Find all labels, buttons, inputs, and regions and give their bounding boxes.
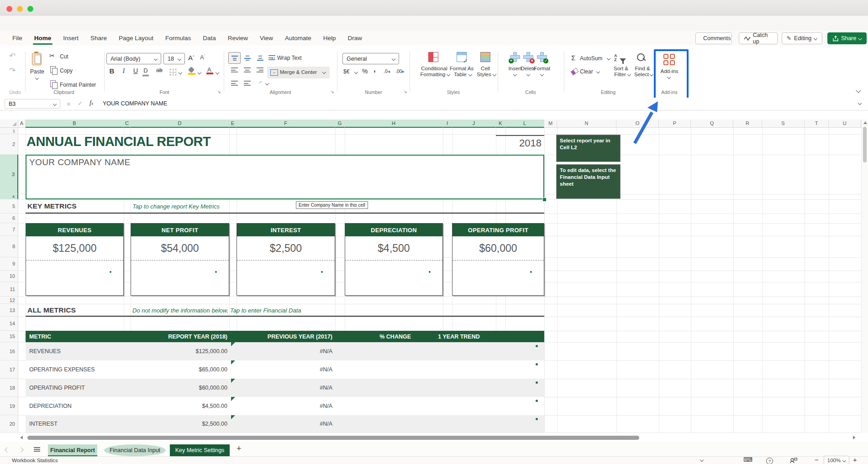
number-dialog-launcher-icon[interactable]: ↘	[404, 89, 407, 94]
row-header-18[interactable]: 18	[0, 379, 18, 397]
zoom-level-select[interactable]: 100%	[824, 456, 849, 464]
menu-item-draw[interactable]: Draw	[342, 31, 368, 46]
column-header-Q[interactable]: Q	[691, 120, 733, 128]
menu-item-review[interactable]: Review	[222, 31, 254, 46]
top-align-button[interactable]	[228, 52, 241, 64]
font-color-button[interactable]: A	[206, 67, 214, 74]
table-row[interactable]: INTEREST$2,500.00#N/A	[26, 415, 544, 433]
underline-button[interactable]: U	[131, 67, 141, 74]
alignment-dialog-launcher-icon[interactable]: ↘	[331, 89, 334, 94]
row-header-5[interactable]: 5	[0, 199, 18, 214]
confirm-entry-icon[interactable]: ✓	[78, 100, 83, 107]
row-header-11[interactable]: 11	[0, 282, 18, 297]
row-header-7[interactable]: 7	[0, 223, 18, 236]
column-header-H[interactable]: H	[345, 120, 443, 128]
vertical-scrollbar[interactable]	[861, 120, 868, 433]
vertical-scroll-thumb[interactable]	[863, 127, 867, 162]
bold-button[interactable]: B	[107, 67, 117, 75]
minimize-window-button[interactable]	[17, 6, 23, 12]
row-header-10[interactable]: 10	[0, 271, 18, 282]
column-header-N[interactable]: N	[557, 120, 616, 128]
percent-format-button[interactable]: %	[362, 68, 368, 75]
font-dialog-launcher-icon[interactable]: ↘	[217, 89, 221, 94]
metric-card-operating-profit[interactable]: OPERATING PROFIT$60,000	[452, 223, 544, 296]
metric-card-revenues[interactable]: REVENUES$125,000	[26, 223, 124, 296]
column-header-E[interactable]: E	[229, 120, 237, 128]
all-metrics-heading[interactable]: ALL METRICS	[27, 306, 76, 314]
cancel-entry-icon[interactable]: ×	[67, 100, 71, 108]
report-year-cell[interactable]: 2018	[496, 137, 542, 149]
menu-item-share[interactable]: Share	[84, 31, 113, 46]
column-header-F[interactable]: F	[237, 120, 335, 128]
close-window-button[interactable]	[6, 6, 12, 12]
metric-card-net-profit[interactable]: NET PROFIT$54,000	[131, 223, 229, 296]
formula-input[interactable]: YOUR COMPANY NAME	[103, 100, 167, 107]
metric-card-interest[interactable]: INTEREST$2,500	[237, 223, 335, 296]
bottom-align-button[interactable]	[254, 52, 266, 64]
column-header-C[interactable]: C	[124, 120, 131, 128]
next-sheet-icon[interactable]	[18, 447, 23, 452]
column-header-G[interactable]: G	[335, 120, 345, 128]
number-format-select[interactable]: General	[342, 53, 399, 64]
redo-button[interactable]: ↷	[9, 66, 16, 75]
column-header-A[interactable]: A	[18, 120, 26, 128]
align-center-button[interactable]	[244, 67, 251, 73]
row-header-20[interactable]: 20	[0, 415, 18, 433]
column-header-D[interactable]: D	[131, 120, 229, 128]
expand-formula-bar-icon[interactable]	[858, 101, 862, 105]
horizontal-scroll-thumb[interactable]	[27, 436, 639, 440]
column-header-U[interactable]: U	[829, 120, 861, 128]
company-name-cell-selection[interactable]: YOUR COMPANY NAME	[26, 155, 544, 199]
comma-format-button[interactable]: ,	[374, 65, 376, 74]
align-left-button[interactable]	[231, 67, 238, 73]
row-header-19[interactable]: 19	[0, 397, 18, 415]
column-header-I[interactable]: I	[443, 120, 452, 128]
scroll-up-icon[interactable]	[863, 121, 867, 124]
column-header-S[interactable]: S	[762, 120, 805, 128]
column-header-R[interactable]: R	[733, 120, 762, 128]
comments-button[interactable]: Comments	[695, 32, 732, 44]
row-header-8[interactable]: 8	[0, 236, 18, 257]
row-header-6[interactable]: 6	[0, 214, 18, 223]
selection-fill-handle[interactable]	[542, 198, 547, 202]
feedback-icon[interactable]	[790, 458, 797, 464]
increase-decimal-button[interactable]: .00▸	[395, 68, 405, 74]
increase-font-size-button[interactable]: A^	[188, 54, 195, 62]
workbook-statistics-button[interactable]: Workbook Statistics	[12, 458, 58, 463]
zoom-out-button[interactable]: −	[815, 456, 819, 464]
row-header-1[interactable]: 1	[0, 128, 18, 134]
row-header-2[interactable]: 2	[0, 134, 18, 155]
merge-center-button[interactable]: ↔ Merge & Center	[267, 67, 330, 78]
select-all-corner[interactable]	[0, 120, 18, 128]
key-metrics-heading[interactable]: KEY METRICS	[27, 202, 77, 210]
menu-item-insert[interactable]: Insert	[57, 31, 84, 46]
catch-up-button[interactable]: Catch up	[739, 32, 778, 44]
column-header-J[interactable]: J	[452, 120, 496, 128]
row-header-13[interactable]: 13	[0, 304, 18, 317]
zoom-window-button[interactable]	[27, 6, 33, 12]
row-header-15[interactable]: 15	[0, 331, 18, 342]
column-header-K[interactable]: K	[496, 120, 505, 128]
menu-item-help[interactable]: Help	[317, 31, 342, 46]
font-name-select[interactable]: Arial (Body)	[106, 53, 161, 64]
chevron-down-icon[interactable]	[198, 71, 201, 74]
sheet-tab-key-metric-settings[interactable]: Key Metric Settings	[170, 444, 230, 456]
column-header-L[interactable]: L	[505, 120, 544, 128]
decrease-font-size-button[interactable]: Aˇ	[200, 54, 205, 61]
table-row[interactable]: REVENUES$125,000.00#N/A	[26, 342, 544, 360]
menu-item-formulas[interactable]: Formulas	[159, 31, 197, 46]
orientation-button[interactable]: →	[255, 78, 263, 86]
prev-sheet-icon[interactable]	[5, 447, 10, 452]
undo-button[interactable]: ↶	[9, 51, 16, 61]
chevron-down-icon[interactable]	[354, 70, 358, 74]
menu-item-file[interactable]: File	[6, 31, 28, 46]
zoom-in-button[interactable]: +	[853, 456, 857, 464]
row-header-12[interactable]: 12	[0, 297, 18, 304]
sheet-tab-financial-data-input[interactable]: Financial Data Input	[104, 444, 166, 456]
status-chevron-icon[interactable]	[700, 458, 704, 462]
row-header-17[interactable]: 17	[0, 360, 18, 379]
insert-function-icon[interactable]: fx	[89, 99, 93, 107]
column-header-T[interactable]: T	[805, 120, 829, 128]
scroll-left-icon[interactable]	[20, 436, 23, 439]
name-box[interactable]: B3	[5, 99, 60, 109]
